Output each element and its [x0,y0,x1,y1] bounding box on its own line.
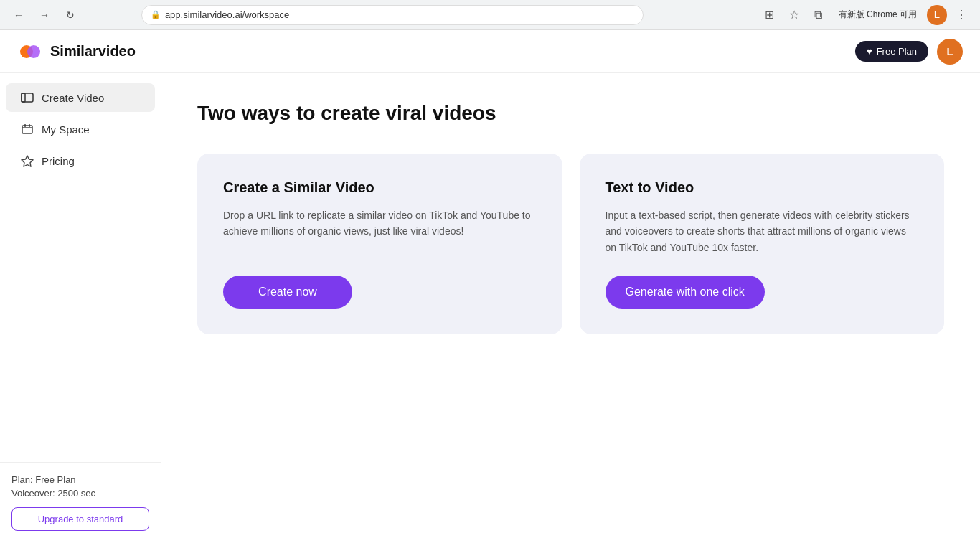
my-space-icon [20,122,34,136]
chrome-update-badge[interactable]: 有新版 Chrome 可用 [833,6,923,23]
address-bar[interactable]: 🔒 app.similarvideo.ai/workspace [141,5,644,25]
create-video-icon [20,90,34,105]
browser-right-icons: ⊞ ☆ ⧉ 有新版 Chrome 可用 L ⋮ [760,5,971,25]
crown-icon: ♥ [867,46,872,57]
sidebar-item-pricing[interactable]: Pricing [6,146,155,175]
forward-button[interactable]: → [34,5,55,25]
card-similar-video-desc: Drop a URL link to replicate a similar v… [223,207,537,255]
app-container: Similarvideo ♥ Free Plan L Create Video [0,30,980,551]
card-text-to-video-title: Text to Video [606,179,919,196]
translate-icon[interactable]: ⊞ [760,5,780,25]
url-text: app.similarvideo.ai/workspace [165,9,289,20]
svg-rect-2 [22,93,33,102]
card-similar-video-title: Create a Similar Video [223,179,537,196]
pricing-icon [20,154,34,168]
svg-rect-3 [22,93,25,102]
sidebar-pricing-label: Pricing [42,155,75,167]
content-area: Two ways to create viral videos Create a… [161,73,980,551]
card-text-to-video-desc: Input a text-based script, then generate… [606,207,919,255]
reload-button[interactable]: ↻ [60,5,80,25]
page-title: Two ways to create viral videos [197,102,944,125]
top-bar-right: ♥ Free Plan L [855,39,963,65]
sidebar-my-space-label: My Space [42,123,90,136]
logo-text: Similarvideo [50,43,136,60]
back-button[interactable]: ← [9,5,29,25]
browser-chrome: ← → ↻ 🔒 app.similarvideo.ai/workspace ⊞ … [0,0,980,30]
upgrade-button[interactable]: Upgrade to standard [11,507,149,531]
sidebar-bottom: Plan: Free Plan Voiceover: 2500 sec Upgr… [0,462,161,542]
svg-rect-6 [29,124,30,127]
svg-rect-5 [24,124,26,127]
free-plan-button[interactable]: ♥ Free Plan [855,41,928,62]
top-bar: Similarvideo ♥ Free Plan L [0,30,980,73]
card-text-to-video: Text to Video Input a text-based script,… [580,154,945,334]
bookmark-icon[interactable]: ☆ [784,5,804,25]
sidebar-create-video-label: Create Video [42,92,104,104]
extensions-icon[interactable]: ⧉ [809,5,829,25]
voiceover-info: Voiceover: 2500 sec [11,488,149,499]
sidebar-item-my-space[interactable]: My Space [6,115,155,143]
logo-icon [17,39,43,65]
plan-info: Plan: Free Plan [11,474,149,485]
generate-one-click-button[interactable]: Generate with one click [606,276,765,309]
cards-grid: Create a Similar Video Drop a URL link t… [197,154,944,334]
svg-rect-4 [22,126,32,133]
logo[interactable]: Similarvideo [17,39,136,65]
sidebar-item-create-video[interactable]: Create Video [6,83,155,112]
svg-point-1 [27,45,40,58]
sidebar: Create Video My Space [0,73,161,551]
main-area: Create Video My Space [0,73,980,551]
free-plan-label: Free Plan [877,46,917,57]
user-avatar[interactable]: L [937,39,963,65]
card-similar-video: Create a Similar Video Drop a URL link t… [197,154,562,334]
create-now-button[interactable]: Create now [223,276,352,309]
browser-user-avatar[interactable]: L [927,5,947,25]
menu-icon[interactable]: ⋮ [951,5,971,25]
lock-icon: 🔒 [151,10,161,19]
